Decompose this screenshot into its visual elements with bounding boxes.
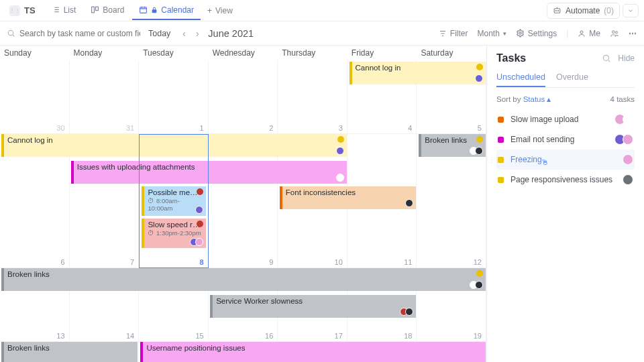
sort-asc-icon: ▴: [547, 95, 551, 103]
task-row[interactable]: ⋮⋮Freezing🖱: [496, 149, 635, 170]
chevron-down-icon: [627, 7, 634, 14]
day-header: Saturday: [417, 46, 486, 60]
event-title: Broken links: [7, 270, 482, 278]
lock-icon: [151, 7, 158, 13]
side-tab-unscheduled[interactable]: Unscheduled: [496, 68, 545, 87]
tab-calendar[interactable]: Calendar: [132, 1, 201, 20]
priority-badge-icon: [476, 270, 483, 277]
automate-button[interactable]: Automate (0): [547, 3, 620, 19]
task-row[interactable]: Page responsiveness issues: [496, 170, 635, 190]
users-icon[interactable]: [610, 29, 619, 38]
tab-list[interactable]: List: [45, 1, 83, 20]
task-title: Freezing: [511, 155, 542, 164]
hide-panel-button[interactable]: Hide: [618, 54, 635, 63]
calendar-cell[interactable]: 8: [139, 134, 209, 268]
date-number: 6: [60, 258, 64, 266]
date-number: 14: [126, 332, 134, 340]
side-panel-title: Tasks: [496, 52, 526, 64]
calendar-event[interactable]: Broken links: [1, 342, 138, 362]
prev-month-button[interactable]: ‹: [177, 28, 191, 39]
sort-field: Status: [523, 95, 545, 103]
chevron-down-icon: ▾: [503, 30, 506, 37]
calendar-cell[interactable]: 30: [0, 60, 70, 134]
event-title: Username positioning issues: [146, 344, 482, 352]
space-badge[interactable]: ⋮⋮ TS: [5, 4, 40, 17]
event-title: Cannot log in: [356, 64, 482, 72]
day-header: Sunday: [0, 46, 70, 60]
calendar-event[interactable]: Broken links: [1, 268, 486, 291]
date-number: 15: [195, 332, 203, 340]
date-number: 11: [404, 258, 412, 266]
date-number: 12: [474, 258, 482, 266]
event-title: Service Worker slowness: [216, 297, 413, 305]
assignee-avatars: [339, 147, 344, 155]
status-square-icon: [498, 117, 504, 123]
svg-point-8: [580, 31, 583, 34]
task-title: Slow image upload: [511, 115, 578, 124]
date-number: 13: [56, 332, 64, 340]
settings-button[interactable]: Settings: [516, 29, 557, 38]
svg-rect-2: [140, 7, 147, 13]
svg-point-9: [612, 30, 615, 33]
event-title: Font inconsistencies: [286, 188, 413, 196]
calendar-event[interactable]: Issues with uploading attachments: [71, 161, 347, 184]
calendar-event[interactable]: Font inconsistencies: [280, 186, 416, 209]
side-tab-overdue[interactable]: Overdue: [556, 68, 588, 87]
settings-label: Settings: [528, 29, 557, 38]
calendar-event[interactable]: Cannot log in: [350, 62, 486, 84]
sort-prefix: Sort by: [496, 95, 521, 103]
period-dropdown[interactable]: Month ▾: [477, 29, 506, 38]
automate-dropdown[interactable]: [623, 4, 639, 17]
user-icon: [578, 29, 586, 38]
sort-label[interactable]: Sort by Status ▴: [496, 95, 551, 104]
more-menu-button[interactable]: ⋯: [629, 29, 637, 38]
assignee-avatars: [408, 199, 413, 207]
me-label: Me: [589, 29, 600, 38]
status-square-icon: [498, 177, 504, 183]
me-button[interactable]: Me: [578, 29, 600, 38]
date-number: 16: [265, 332, 273, 340]
date-number: 17: [335, 332, 343, 340]
filter-button[interactable]: Filter: [439, 29, 468, 38]
priority-badge-icon: [476, 136, 483, 143]
task-row[interactable]: Email not sending: [496, 129, 635, 149]
drag-handle-icon[interactable]: ⋮⋮: [488, 156, 499, 164]
automate-count: (0): [604, 6, 614, 15]
day-header: Thursday: [278, 46, 347, 60]
day-header: Monday: [70, 46, 140, 60]
search-icon: [7, 29, 15, 38]
period-label: Month: [477, 29, 499, 38]
calendar-cell[interactable]: 1: [139, 60, 209, 134]
date-number: 31: [126, 124, 134, 132]
today-button[interactable]: Today: [148, 29, 170, 38]
automate-label: Automate: [566, 6, 600, 15]
search-input[interactable]: [19, 29, 140, 38]
search-icon[interactable]: [602, 54, 611, 63]
plus-icon: +: [207, 6, 212, 15]
board-icon: [91, 5, 99, 14]
calendar-cell[interactable]: 31: [70, 60, 140, 134]
calendar-event[interactable]: Username positioning issues: [140, 342, 486, 362]
calendar-event[interactable]: Service Worker slowness: [210, 295, 416, 318]
task-row[interactable]: Slow image upload: [496, 109, 635, 129]
robot-icon: [553, 6, 561, 15]
calendar-cell[interactable]: 3: [278, 60, 347, 134]
svg-point-10: [615, 31, 617, 33]
svg-rect-1: [96, 7, 99, 10]
tab-label: Board: [103, 5, 124, 15]
tab-board[interactable]: Board: [84, 1, 131, 20]
add-view-button[interactable]: + View: [201, 2, 239, 19]
calendar-event[interactable]: Broken links: [419, 134, 486, 157]
next-month-button[interactable]: ›: [191, 28, 204, 39]
event-title: Broken links: [7, 344, 134, 352]
assignee-avatars: [472, 281, 483, 289]
calendar-cell[interactable]: 2: [209, 60, 278, 134]
filter-label: Filter: [450, 29, 468, 38]
priority-badge-icon: [337, 136, 344, 143]
event-title: Issues with uploading attachments: [77, 163, 343, 171]
gear-icon: [516, 29, 525, 38]
add-view-label: View: [215, 6, 233, 15]
date-number: 2: [269, 124, 273, 132]
assignee-avatars: [339, 174, 344, 182]
day-header: Wednesday: [209, 46, 278, 60]
